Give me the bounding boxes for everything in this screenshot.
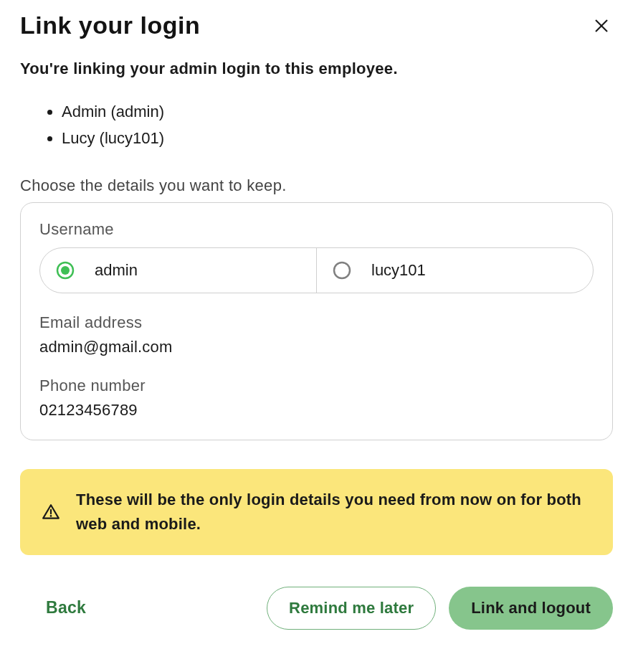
choose-details-label: Choose the details you want to keep. (20, 176, 613, 195)
warning-banner: These will be the only login details you… (20, 469, 613, 555)
username-label: Username (39, 220, 594, 239)
back-button[interactable]: Back (46, 598, 86, 617)
footer-buttons: Remind me later Link and logout (267, 587, 613, 630)
close-icon (593, 17, 610, 34)
radio-option-label: lucy101 (371, 261, 426, 280)
modal-header: Link your login (20, 11, 613, 39)
modal-footer: Back Remind me later Link and logout (20, 587, 613, 630)
phone-block: Phone number 02123456789 (39, 377, 594, 420)
employee-list: Admin (admin) Lucy (lucy101) (20, 98, 613, 152)
warning-icon (42, 503, 60, 521)
phone-value: 02123456789 (39, 401, 594, 420)
phone-label: Phone number (39, 377, 594, 395)
list-item: Lucy (lucy101) (62, 125, 613, 151)
remind-later-button[interactable]: Remind me later (267, 587, 436, 630)
username-option-admin[interactable]: admin (40, 248, 317, 293)
svg-point-4 (334, 262, 350, 278)
link-login-modal: Link your login You're linking your admi… (0, 0, 633, 650)
modal-title: Link your login (20, 11, 200, 39)
username-option-lucy[interactable]: lucy101 (317, 248, 593, 293)
details-card: Username admin lucy101 Email address adm… (20, 202, 613, 440)
warning-text: These will be the only login details you… (76, 488, 591, 536)
username-radio-group: admin lucy101 (39, 247, 594, 293)
svg-point-6 (50, 515, 52, 517)
close-button[interactable] (590, 14, 613, 39)
radio-unselected-icon (333, 261, 351, 280)
svg-point-3 (61, 266, 70, 275)
email-value: admin@gmail.com (39, 338, 594, 356)
modal-subtitle: You're linking your admin login to this … (20, 60, 613, 78)
email-label: Email address (39, 313, 594, 332)
link-logout-button[interactable]: Link and logout (449, 587, 613, 630)
email-block: Email address admin@gmail.com (39, 313, 594, 356)
radio-selected-icon (56, 261, 75, 280)
radio-option-label: admin (95, 261, 138, 280)
list-item: Admin (admin) (62, 98, 613, 125)
